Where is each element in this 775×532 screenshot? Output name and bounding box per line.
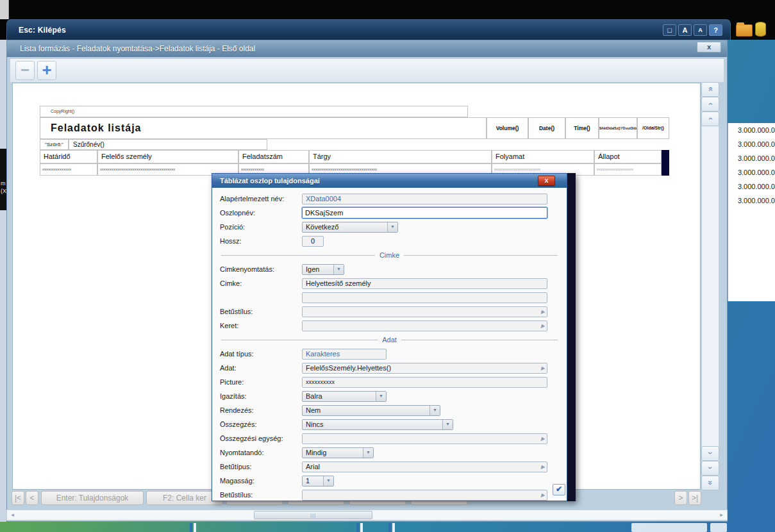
- report-page-expr-cell[interactable]: $AktOldalSz()'/'ÖsszOldal$: [599, 117, 637, 139]
- zoom-in-button[interactable]: +: [37, 61, 56, 80]
- label-text2-field[interactable]: [302, 292, 547, 303]
- report-placeholder-cell[interactable]: xxxxxxxxxxxxxxxxxxx: [594, 163, 662, 176]
- data-type-field[interactable]: Karakteres: [302, 349, 387, 360]
- font-large-button[interactable]: A: [678, 24, 692, 36]
- field-value: Helyettesítő személy: [306, 279, 371, 287]
- nav-first-button[interactable]: |<: [12, 491, 24, 505]
- field-value: Karakteres: [306, 350, 340, 358]
- edge-text-fragment: (X: [0, 187, 6, 195]
- edge-text-fragment: m: [0, 179, 6, 187]
- field-value: FelelősSzemély.Helyettes(): [306, 364, 391, 372]
- report-column-header[interactable]: Folyamat: [492, 150, 594, 163]
- column-name-input[interactable]: [302, 207, 547, 219]
- folder-icon[interactable]: [736, 24, 753, 37]
- ok-check-button[interactable]: ✔: [553, 484, 565, 495]
- value-cell: 3.000.000.0: [728, 194, 775, 208]
- fontstyle2-field[interactable]: ▶: [302, 490, 547, 501]
- field-row-column-name: Oszlopnév:: [212, 206, 567, 220]
- window-title: Lista formázás - Feladatok nyomtatása->F…: [7, 44, 255, 53]
- report-column-header[interactable]: Határidő: [40, 150, 97, 163]
- font-field[interactable]: Arial ▶: [302, 461, 547, 472]
- nav-last-button[interactable]: >|: [688, 491, 701, 505]
- close-button[interactable]: x: [697, 42, 721, 53]
- position-dropdown[interactable]: Következő ▼: [302, 222, 398, 233]
- expand-arrow-icon: ▶: [541, 492, 545, 499]
- report-volume-cell[interactable]: Volume(): [487, 117, 528, 139]
- database-icon[interactable]: [755, 22, 766, 37]
- scroll-down-button[interactable]: ›: [701, 446, 719, 461]
- titlebar-controls: □ A A ?: [663, 24, 722, 36]
- label-text-field[interactable]: Helyettesítő személy: [302, 278, 547, 289]
- sort-dropdown[interactable]: Nem ▼: [302, 405, 440, 416]
- vertical-scrollbar[interactable]: [701, 82, 719, 490]
- chevron-down-icon: ›: [704, 467, 717, 469]
- scroll-up-button[interactable]: ›: [701, 97, 719, 112]
- report-copyright-cell[interactable]: CopyRight(): [40, 106, 468, 117]
- length-field[interactable]: 0: [302, 236, 324, 247]
- report-column-header[interactable]: Feladatszám: [238, 150, 309, 163]
- font-small-button[interactable]: A: [694, 24, 707, 36]
- field-row-summary-unit: Összegzési egység: ▶: [212, 431, 567, 445]
- report-placeholder-cell[interactable]: xxxxxxxxxxxxxxx: [40, 163, 97, 176]
- zoom-out-button[interactable]: −: [15, 61, 35, 80]
- field-row-label-fontstyle: Betűstílus: ▶: [212, 304, 567, 319]
- picture-field[interactable]: xxxxxxxxxx: [302, 377, 547, 388]
- printable-dropdown[interactable]: Mindig ▼: [302, 447, 374, 458]
- chevron-down-icon: ▼: [363, 448, 373, 458]
- default-name-field[interactable]: XData0004: [302, 194, 547, 204]
- report-pagestr-cell[interactable]: /OldalStr(): [637, 117, 669, 139]
- report-column-header[interactable]: Felelős személy: [97, 150, 238, 163]
- field-row-label-text: Cimke: Helyettesítő személy: [212, 276, 567, 290]
- label-print-dropdown[interactable]: Igen ▼: [302, 264, 344, 275]
- nav-next-button[interactable]: >: [674, 491, 687, 505]
- report-time-cell[interactable]: Time(): [565, 117, 599, 139]
- field-label: Magasság:: [220, 477, 302, 485]
- scroll-up-button[interactable]: ›: [701, 112, 719, 126]
- dropdown-value: Következő: [306, 223, 338, 231]
- report-date-cell[interactable]: Date(): [528, 117, 565, 139]
- dropdown-value: 1: [306, 477, 310, 485]
- window-toolbar: − +: [10, 58, 724, 83]
- scroll-bottom-button[interactable]: »: [701, 476, 719, 490]
- scroll-down-button[interactable]: ›: [701, 461, 719, 476]
- chevron-down-icon: ▼: [323, 476, 333, 486]
- dropdown-value: Nem: [306, 406, 321, 414]
- field-label: Nyomtatandó:: [220, 449, 302, 456]
- taskbar-fragment: [388, 523, 396, 532]
- chevron-down-icon: ▼: [429, 406, 440, 415]
- nav-prev-button[interactable]: <: [26, 491, 38, 505]
- properties-button[interactable]: Enter: Tulajdonságok: [41, 491, 144, 505]
- scroll-top-button[interactable]: »: [701, 82, 719, 97]
- summary-unit-field[interactable]: ▶: [302, 433, 547, 444]
- summary-dropdown[interactable]: Nincs ▼: [302, 419, 453, 430]
- scroll-right-icon[interactable]: ▸: [716, 510, 727, 520]
- align-dropdown[interactable]: Balra ▼: [302, 391, 387, 402]
- field-row-fontstyle2: Betűstílus: ▶: [212, 488, 567, 502]
- scrollbar-thumb[interactable]: |||: [254, 511, 372, 519]
- value-cell: 3.000.000.0: [728, 165, 775, 179]
- report-column-header[interactable]: Állapot: [594, 150, 662, 163]
- frame-field[interactable]: ▶: [302, 320, 547, 331]
- taskbar-fragment: [631, 523, 707, 532]
- report-column-header[interactable]: Tárgy: [309, 150, 492, 163]
- horizontal-scrollbar[interactable]: ◂ ||| ▸: [6, 510, 728, 520]
- data-field[interactable]: FelelősSzemély.Helyettes() ▶: [302, 363, 547, 374]
- value-cell: 3.000.000.0: [728, 179, 775, 194]
- height-dropdown[interactable]: 1 ▼: [302, 476, 334, 486]
- maximize-button[interactable]: □: [663, 24, 676, 36]
- field-row-default-name: Alapértelmezett név: XData0004: [212, 192, 567, 206]
- field-label: Adat típus:: [220, 350, 302, 358]
- report-title-cell[interactable]: Feladatok listája: [40, 117, 487, 139]
- scroll-left-icon[interactable]: ◂: [7, 510, 18, 520]
- report-filter-value-cell[interactable]: Szűrőnév(): [69, 139, 267, 150]
- dialog-close-button[interactable]: X: [538, 176, 555, 186]
- field-row-height: Magasság: 1 ▼: [212, 474, 567, 488]
- field-row-label-print: Cimkenyomtatás: Igen ▼: [212, 262, 567, 276]
- help-button[interactable]: ?: [709, 24, 722, 36]
- background-window-edge: m (X: [0, 40, 6, 522]
- dialog-side-strip: [567, 173, 576, 501]
- label-fontstyle-field[interactable]: ▶: [302, 306, 547, 317]
- report-filter-label-cell[interactable]: "Szűrő:": [40, 139, 69, 150]
- dialog-main: Táblázat oszlop tulajdonságai X Alapérte…: [212, 173, 567, 501]
- field-row-length: Hossz: 0: [212, 234, 567, 248]
